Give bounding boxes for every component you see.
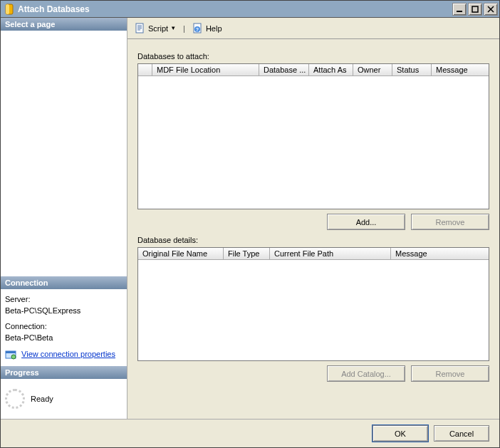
databases-grid-body [138, 76, 489, 209]
remove-button: Remove [411, 214, 489, 230]
db-col-message[interactable]: Message [432, 64, 489, 75]
progress-body: Ready [1, 379, 127, 419]
progress-head: Progress [1, 366, 127, 379]
add-button[interactable]: Add... [327, 214, 405, 230]
progress-status: Ready [31, 395, 53, 403]
svg-rect-1 [6, 4, 9, 14]
svg-rect-2 [457, 11, 462, 12]
details-grid-body [138, 260, 489, 360]
select-page-body [1, 31, 127, 276]
svg-point-6 [11, 355, 16, 359]
connection-head: Connection [1, 276, 127, 289]
databases-grid[interactable]: MDF File Location Database ... Attach As… [137, 63, 489, 209]
help-label: Help [206, 24, 222, 33]
progress-ring-icon [5, 389, 25, 409]
server-value: Beta-PC\SQLExpress [5, 306, 123, 315]
db-col-rowheader[interactable] [138, 64, 152, 75]
db-col-database[interactable]: Database ... [259, 64, 309, 75]
content-area: Databases to attach: MDF File Location D… [127, 39, 499, 419]
minimize-button[interactable] [452, 3, 467, 16]
db-col-attachas[interactable]: Attach As [309, 64, 353, 75]
details-grid-header: Original File Name File Type Current Fil… [138, 248, 489, 260]
detail-col-curpath[interactable]: Current File Path [270, 248, 391, 259]
detail-col-message[interactable]: Message [391, 248, 489, 259]
window-title: Attach Databases [18, 4, 451, 14]
svg-rect-3 [472, 6, 478, 12]
connection-properties-icon [5, 349, 16, 360]
left-panel: Select a page Connection Server: Beta-PC… [1, 18, 127, 419]
databases-grid-header: MDF File Location Database ... Attach As… [138, 64, 489, 76]
detail-col-ftype[interactable]: File Type [224, 248, 270, 259]
details-grid[interactable]: Original File Name File Type Current Fil… [137, 247, 489, 361]
database-details-label: Database details: [137, 236, 489, 244]
script-icon [135, 23, 146, 34]
script-button[interactable]: Script ▼ [132, 21, 179, 36]
close-button[interactable] [484, 3, 498, 16]
help-button[interactable]: ? Help [189, 21, 225, 36]
connection-body: Server: Beta-PC\SQLExpress Connection: B… [1, 289, 127, 366]
right-panel: Script ▼ | ? Help Databases to attach: [127, 18, 499, 419]
server-label: Server: [5, 295, 123, 303]
toolbar: Script ▼ | ? Help [127, 18, 499, 39]
script-label: Script [148, 24, 168, 33]
svg-text:?: ? [196, 27, 199, 32]
db-col-mdf[interactable]: MDF File Location [152, 64, 259, 75]
connection-label: Connection: [5, 322, 123, 330]
maximize-button[interactable] [468, 3, 482, 16]
footer: OK Cancel [1, 419, 499, 447]
db-col-owner[interactable]: Owner [353, 64, 392, 75]
svg-rect-5 [6, 351, 16, 353]
view-connection-properties-link[interactable]: View connection properties [21, 350, 115, 358]
script-dropdown-icon: ▼ [170, 25, 176, 31]
details-button-row: Add Catalog... Remove [137, 365, 489, 382]
db-col-status[interactable]: Status [392, 64, 432, 75]
cancel-button[interactable]: Cancel [434, 425, 489, 442]
detail-col-orig[interactable]: Original File Name [138, 248, 224, 259]
ok-button[interactable]: OK [373, 425, 428, 442]
remove-detail-button: Remove [411, 365, 489, 382]
databases-to-attach-label: Databases to attach: [137, 52, 489, 61]
select-page-head: Select a page [1, 18, 127, 31]
app-icon [4, 4, 15, 15]
connection-value: Beta-PC\Beta [5, 333, 123, 342]
add-catalog-button: Add Catalog... [327, 365, 405, 382]
help-icon: ? [192, 23, 204, 34]
toolbar-separator: | [183, 24, 185, 33]
titlebar: Attach Databases [1, 1, 499, 18]
databases-button-row: Add... Remove [137, 214, 489, 230]
